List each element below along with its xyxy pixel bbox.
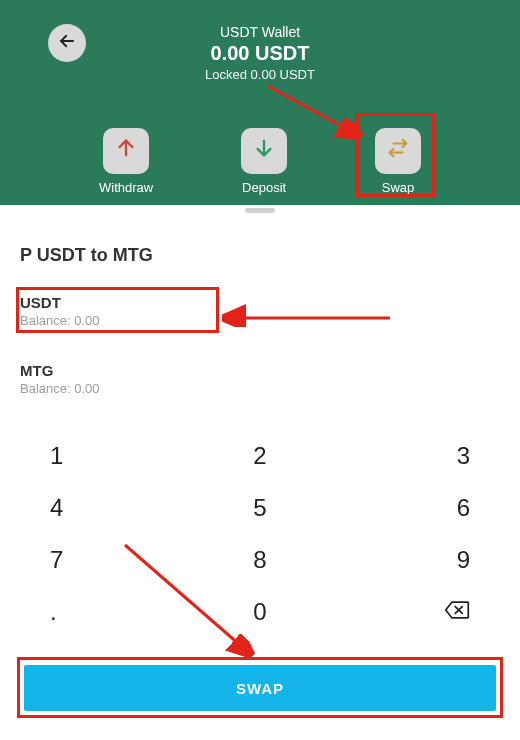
withdraw-label: Withdraw <box>99 180 153 195</box>
keypad-7[interactable]: 7 <box>20 534 180 586</box>
swap-icon <box>387 137 409 165</box>
withdraw-action[interactable]: Withdraw <box>99 128 153 195</box>
keypad-6[interactable]: 6 <box>340 482 500 534</box>
arrow-up-icon <box>115 137 137 165</box>
swap-section-title: P USDT to MTG <box>20 245 153 266</box>
keypad-4[interactable]: 4 <box>20 482 180 534</box>
keypad-2[interactable]: 2 <box>180 430 340 482</box>
deposit-action[interactable]: Deposit <box>241 128 287 195</box>
wallet-locked: Locked 0.00 USDT <box>0 67 520 82</box>
swap-label: Swap <box>382 180 415 195</box>
keypad-0[interactable]: 0 <box>180 586 340 638</box>
drag-handle-icon[interactable] <box>245 208 275 213</box>
keypad-8[interactable]: 8 <box>180 534 340 586</box>
swap-button[interactable]: SWAP <box>24 665 496 711</box>
to-currency-field[interactable]: MTG Balance: 0.00 <box>20 362 100 396</box>
arrow-left-icon <box>58 32 76 55</box>
keypad-backspace[interactable] <box>340 586 500 638</box>
numeric-keypad: 1 2 3 4 5 6 7 8 9 . 0 <box>20 430 500 638</box>
to-currency-balance: Balance: 0.00 <box>20 381 100 396</box>
keypad-1[interactable]: 1 <box>20 430 180 482</box>
back-button[interactable] <box>48 24 86 62</box>
wallet-actions: Withdraw Deposit Swap <box>0 128 520 195</box>
deposit-label: Deposit <box>242 180 286 195</box>
swap-action[interactable]: Swap <box>375 128 421 195</box>
arrow-down-icon <box>253 137 275 165</box>
from-currency-symbol: USDT <box>20 294 100 311</box>
keypad-dot[interactable]: . <box>20 586 180 638</box>
swap-button-label: SWAP <box>236 680 284 697</box>
keypad-5[interactable]: 5 <box>180 482 340 534</box>
keypad-9[interactable]: 9 <box>340 534 500 586</box>
wallet-header: USDT Wallet 0.00 USDT Locked 0.00 USDT W… <box>0 0 520 205</box>
backspace-icon <box>444 598 470 626</box>
keypad-3[interactable]: 3 <box>340 430 500 482</box>
to-currency-symbol: MTG <box>20 362 100 379</box>
from-currency-field[interactable]: USDT Balance: 0.00 <box>20 294 100 328</box>
from-currency-balance: Balance: 0.00 <box>20 313 100 328</box>
